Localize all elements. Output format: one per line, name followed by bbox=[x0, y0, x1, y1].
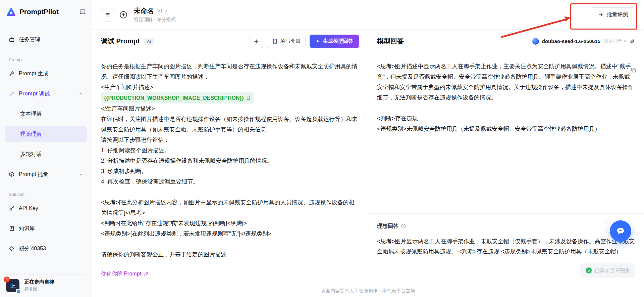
toggle-dot-icon bbox=[624, 40, 626, 42]
user-account-row[interactable]: 正 4 正在走向自律 标准版 bbox=[5, 274, 87, 297]
prompt-line: 你的任务是根据生产车间的图片描述，判断生产车间是否存在违规操作设备和未佩戴安全防… bbox=[101, 61, 359, 82]
arrow-right-icon bbox=[598, 12, 604, 18]
sidebar-item-label: 积分 40353 bbox=[19, 245, 46, 252]
braces-icon: {} bbox=[272, 39, 278, 44]
model-selector[interactable]: doubao-seed-1.6-250615 深度思考 bbox=[532, 38, 635, 45]
fill-variables-label: 填写变量 bbox=[280, 38, 301, 44]
generate-response-button[interactable]: 生成模型回答 bbox=[310, 35, 359, 48]
sidebar-item-visual-understanding[interactable]: 视觉理解 bbox=[5, 126, 87, 142]
sidebar-item-multi-turn[interactable]: 多轮对话 bbox=[5, 146, 87, 162]
sidebar-item-label: 视觉理解 bbox=[20, 131, 42, 138]
prompt-line: <思考>[在此分析图片描述内容，如图片中显示的未佩戴安全防护用具的人员情况、违规… bbox=[101, 197, 359, 218]
prompt-panel-title: 调试 Prompt bbox=[101, 37, 140, 46]
sidebar-item-label: 任务管理 bbox=[19, 36, 40, 43]
deep-think-toggle[interactable]: 深度思考 bbox=[603, 38, 626, 44]
sidebar-item-prompt-gen[interactable]: Prompt 生成 bbox=[5, 66, 87, 82]
ideal-answer-section: 理想回答 编辑 <思考>图片显示两名工 bbox=[368, 213, 644, 257]
avatar: 正 4 bbox=[6, 279, 19, 292]
briefcase-icon bbox=[9, 37, 15, 43]
batch-eval-button[interactable]: 批量评测 bbox=[591, 7, 635, 22]
box-icon bbox=[9, 171, 15, 177]
copy-button[interactable] bbox=[631, 67, 637, 73]
info-icon bbox=[401, 223, 406, 229]
sliders-icon[interactable] bbox=[629, 38, 635, 44]
added-to-evalset-button[interactable]: 已添加至评测集 bbox=[580, 263, 635, 278]
check-circle-icon bbox=[586, 267, 592, 273]
added-to-evalset-label: 已添加至评测集 bbox=[595, 267, 630, 274]
sidebar-item-label: 文本理解 bbox=[20, 111, 42, 118]
sidebar-item-knowledge-base[interactable]: 知识库 bbox=[5, 220, 87, 237]
chevron-down-icon bbox=[78, 172, 83, 177]
sidebar-item-label: API Key bbox=[19, 205, 38, 211]
response-paragraph: <判断>存在违规 bbox=[377, 113, 635, 124]
menu-button[interactable] bbox=[101, 8, 114, 22]
prompt-editor[interactable]: 你的任务是根据生产车间的图片描述，判断生产车间是否存在违规操作设备和未佩戴安全防… bbox=[92, 53, 368, 285]
response-paragraph: <违规类别>未佩戴安全防护用具（未提及佩戴安全帽、安全带等高空作业必备防护用具） bbox=[377, 124, 635, 134]
ideal-answer-text: <思考>图片显示两名工人在脚手架作业，未戴安全帽（仅戴手套），未涉及设备操作。高… bbox=[377, 237, 635, 257]
prompt-line: <判断>[在此给出"存在违规"或"未发现违规"的判断]</判断> bbox=[101, 218, 359, 228]
prompt-line: 3. 形成初步判断。 bbox=[101, 166, 359, 176]
chat-bubble-icon bbox=[615, 226, 626, 236]
prompt-blank-line bbox=[101, 239, 359, 249]
prompt-line: 2. 分析描述中是否存在违规操作设备和未佩戴安全防护用具的情况。 bbox=[101, 156, 359, 166]
sidebar-item-label: Prompt 调试 bbox=[19, 90, 50, 97]
prompt-blank-line bbox=[101, 187, 359, 197]
mode-subtitle: 视觉理解 - 评分模式 bbox=[134, 17, 175, 23]
sidebar-item-task-management[interactable]: 任务管理 bbox=[5, 32, 87, 48]
sidebar-item-points[interactable]: 积分 40353 bbox=[5, 241, 87, 257]
version-selector[interactable]: V1 bbox=[157, 8, 168, 13]
prompt-panel-header: 调试 Prompt V1 {} 填写变量 bbox=[92, 30, 368, 53]
pencil-sparkle-icon bbox=[144, 271, 149, 277]
sidebar-item-prompt-debug[interactable]: Prompt 调试 bbox=[5, 86, 87, 102]
menu-icon bbox=[105, 12, 111, 18]
external-link-icon bbox=[246, 96, 251, 100]
user-name: 正在走向自律 bbox=[24, 279, 54, 285]
copy-icon bbox=[631, 67, 637, 73]
sidebar-item-text-understanding[interactable]: 文本理解 bbox=[5, 106, 87, 122]
app-title: PromptPilot bbox=[19, 8, 59, 16]
prompt-line: 4. 再次检查，确保没有遗漏重要细节。 bbox=[101, 176, 359, 187]
batch-eval-label: 批量评测 bbox=[607, 11, 628, 18]
brand-chip-icon bbox=[16, 289, 21, 294]
wand-icon bbox=[9, 91, 15, 97]
book-icon bbox=[9, 225, 15, 231]
ai-polish-button[interactable] bbox=[250, 35, 263, 48]
sidebar-item-label: Prompt 生成 bbox=[19, 70, 48, 77]
prompt-line: 请确保你的判断客观公正，并基于给定的图片描述。 bbox=[101, 249, 359, 260]
diamond-icon bbox=[9, 246, 15, 252]
prompt-line: {{PRODUCTION_WORKSHOP_IMAGE_DESCRIPTION}… bbox=[101, 92, 359, 103]
prompt-version-tag: V1 bbox=[144, 38, 154, 45]
variable-chip[interactable]: {{PRODUCTION_WORKSHOP_IMAGE_DESCRIPTION}… bbox=[101, 92, 254, 103]
prompt-line: <违规类别>[在此列出违规类别，若未发现违规则写"无"]</违规类别> bbox=[101, 228, 359, 239]
sidebar-collapse-icon[interactable] bbox=[79, 8, 86, 15]
model-panel-title: 模型回答 bbox=[377, 37, 404, 46]
key-icon bbox=[9, 205, 15, 211]
notification-badge: 4 bbox=[4, 277, 10, 283]
document-title-block: 未命名 V1 视觉理解 - 评分模式 bbox=[134, 6, 175, 23]
prompt-panel: 调试 Prompt V1 {} 填写变量 bbox=[92, 30, 368, 285]
user-plan: 标准版 bbox=[24, 286, 54, 292]
generate-response-label: 生成模型回答 bbox=[323, 38, 353, 44]
sidebar-item-label: 知识库 bbox=[19, 225, 35, 232]
optimize-prompt-label: 优化你的 Prompt bbox=[101, 268, 141, 279]
page-disclaimer: 页面内容皆由人工智能创作，不代表平台立场 bbox=[92, 285, 644, 297]
support-chat-button[interactable] bbox=[610, 220, 631, 242]
prompt-line: </生产车间图片描述> bbox=[101, 103, 359, 114]
response-blank-line bbox=[377, 103, 635, 113]
prompt-line: 在评估时，关注图片描述中是否有违规操作设备（如未按操作规程使用设备、设备超负载运… bbox=[101, 114, 359, 135]
added-row: 已添加至评测集 bbox=[368, 257, 644, 285]
deep-think-label: 深度思考 bbox=[603, 38, 622, 44]
new-session-button[interactable] bbox=[119, 10, 128, 19]
sidebar-item-api-key[interactable]: API Key bbox=[5, 200, 87, 216]
model-answer-panel: 模型回答 doubao-seed-1.6-250615 深度思考 bbox=[368, 30, 644, 285]
sidebar-item-prompt-batch[interactable]: Prompt 批量 bbox=[5, 166, 87, 182]
sidebar-section-solution: Solution bbox=[5, 188, 87, 200]
fill-variables-button[interactable]: {} 填写变量 bbox=[267, 35, 306, 48]
variable-name: {{PRODUCTION_WORKSHOP_IMAGE_DESCRIPTION}… bbox=[104, 93, 244, 103]
document-title: 未命名 bbox=[134, 6, 154, 15]
model-panel-header: 模型回答 doubao-seed-1.6-250615 深度思考 bbox=[368, 30, 644, 53]
optimize-prompt-link[interactable]: 优化你的 Prompt bbox=[101, 268, 149, 279]
sidebar: PromptPilot 任务管理 Prompt Prompt 生成 bbox=[0, 0, 92, 297]
plus-circle-icon bbox=[119, 10, 128, 19]
main-area: 未命名 V1 视觉理解 - 评分模式 批量评测 调试 P bbox=[92, 0, 644, 297]
